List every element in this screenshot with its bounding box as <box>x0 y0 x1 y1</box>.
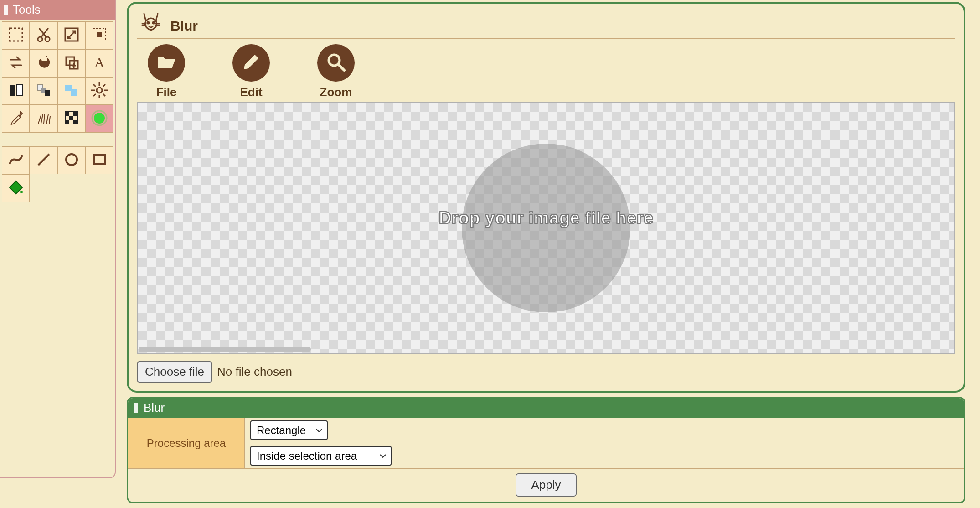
redo-tool[interactable] <box>30 49 57 77</box>
tools-panel-title: Tools <box>13 3 41 17</box>
line-icon <box>35 150 53 171</box>
magnifier-icon <box>326 52 346 74</box>
resize-icon <box>62 26 81 46</box>
svg-rect-5 <box>97 32 102 37</box>
copy-icon <box>62 53 81 73</box>
folder-open-icon <box>156 52 176 74</box>
svg-rect-14 <box>65 85 72 91</box>
circle-tool[interactable] <box>57 146 85 174</box>
eyedropper-tool[interactable] <box>2 105 30 133</box>
svg-rect-13 <box>45 90 50 96</box>
circle-icon <box>62 150 81 171</box>
cut-tool[interactable] <box>30 21 57 49</box>
svg-line-23 <box>103 84 105 87</box>
blur-tool[interactable] <box>85 105 113 133</box>
svg-rect-30 <box>65 112 69 116</box>
burst-icon <box>35 109 53 129</box>
contrast-tool[interactable] <box>2 77 30 105</box>
curve-tool[interactable] <box>2 146 30 174</box>
file-action-label: File <box>156 85 177 99</box>
svg-point-43 <box>153 22 155 24</box>
svg-line-27 <box>44 114 45 124</box>
drop-circle-icon <box>462 144 630 312</box>
file-action[interactable]: File <box>148 44 185 99</box>
panel-handle-icon <box>134 403 138 413</box>
svg-rect-33 <box>65 120 69 124</box>
zoom-action-label: Zoom <box>320 85 352 99</box>
main-panel: Blur File Edit Zoom Drop your image file… <box>127 2 965 393</box>
svg-line-29 <box>49 116 50 124</box>
swap-tool[interactable] <box>2 49 30 77</box>
page-title: Blur <box>170 18 198 34</box>
line-tool[interactable] <box>30 146 57 174</box>
area-select[interactable]: Inside selection area <box>250 446 392 466</box>
horizontal-scrollbar[interactable] <box>139 347 311 352</box>
zoom-action[interactable]: Zoom <box>317 44 355 99</box>
svg-point-36 <box>94 113 105 124</box>
settings-panel: Blur Processing area Rectangle Inside se… <box>127 397 965 503</box>
choose-file-button[interactable]: Choose file <box>137 361 212 383</box>
resize-tool[interactable] <box>57 21 85 49</box>
eyedropper-icon <box>7 109 25 129</box>
select-rect-tool[interactable] <box>2 21 30 49</box>
svg-line-22 <box>103 94 105 96</box>
blur-icon <box>90 109 108 129</box>
processing-area-label: Processing area <box>128 418 245 468</box>
svg-line-38 <box>38 154 49 165</box>
levels-icon <box>35 81 53 101</box>
svg-rect-31 <box>73 112 77 116</box>
levels-tool[interactable] <box>30 77 57 105</box>
panel-handle-icon <box>4 5 8 15</box>
edit-action-label: Edit <box>240 85 262 99</box>
settings-panel-header: Blur <box>128 398 964 418</box>
file-input-row: Choose file No file chosen <box>137 354 955 384</box>
pencil-icon <box>241 52 261 74</box>
svg-rect-9 <box>10 85 15 96</box>
curve-icon <box>7 150 25 171</box>
marquee-icon <box>90 26 108 46</box>
marquee-tool[interactable] <box>85 21 113 49</box>
bucket-tool[interactable] <box>2 174 30 202</box>
svg-point-42 <box>147 22 149 24</box>
checker-tool[interactable] <box>57 105 85 133</box>
svg-point-16 <box>97 88 102 93</box>
no-file-label: No file chosen <box>217 365 292 379</box>
svg-rect-0 <box>10 28 22 41</box>
text-icon: A <box>90 53 108 73</box>
top-actions: File Edit Zoom <box>137 39 955 102</box>
rect-icon <box>90 150 108 171</box>
contrast-icon <box>7 81 25 101</box>
svg-line-21 <box>93 84 96 87</box>
page-title-row: Blur <box>137 6 955 39</box>
tools-panel: Tools A <box>0 0 116 478</box>
swap-icon <box>7 53 25 73</box>
edit-action[interactable]: Edit <box>232 44 270 99</box>
shape-select[interactable]: Rectangle <box>250 420 328 440</box>
svg-rect-15 <box>71 89 77 96</box>
clone-icon <box>62 81 81 101</box>
drop-text: Drop your image file here <box>439 208 654 228</box>
clone-tool[interactable] <box>57 77 85 105</box>
text-tool[interactable]: A <box>85 49 113 77</box>
copy-tool[interactable] <box>57 49 85 77</box>
brightness-tool[interactable] <box>85 77 113 105</box>
svg-text:A: A <box>94 55 104 70</box>
rect-tool[interactable] <box>85 146 113 174</box>
svg-point-41 <box>20 191 23 193</box>
redo-icon <box>35 53 53 73</box>
select-rect-icon <box>7 26 25 46</box>
canvas-drop-area[interactable]: Drop your image file here <box>137 102 955 354</box>
settings-panel-title: Blur <box>144 401 165 415</box>
svg-line-24 <box>93 94 96 96</box>
svg-point-39 <box>66 154 77 165</box>
brightness-icon <box>90 81 108 101</box>
burst-tool[interactable] <box>30 105 57 133</box>
checker-icon <box>62 109 81 129</box>
tool-grid: A <box>0 20 115 204</box>
bucket-icon <box>7 178 25 198</box>
svg-line-28 <box>46 114 48 124</box>
svg-line-25 <box>38 115 41 124</box>
cut-icon <box>35 26 53 46</box>
svg-rect-40 <box>94 155 105 164</box>
apply-button[interactable]: Apply <box>516 473 576 497</box>
